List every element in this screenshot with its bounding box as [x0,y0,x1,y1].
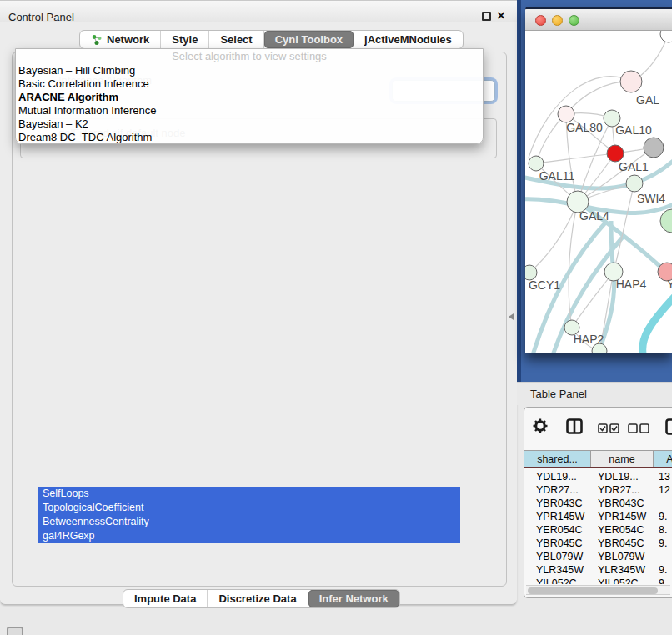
tab-label: Cyni Toolbox [275,33,343,46]
table-row[interactable]: YIL052CYIL052C9 [524,577,672,584]
algorithm-option[interactable]: Mutual Information Inference [16,104,483,118]
algorithm-option[interactable]: Bayesian – K2 [16,118,483,131]
node-label: HAP4 [616,278,647,291]
column-header-partial[interactable]: A [654,450,672,467]
table-body: YDL19...YDL19...13YDR27...YDR27...12YBR0… [524,470,672,584]
tab-label: Network [107,33,149,46]
table-cell: 13 [653,470,672,483]
close-icon[interactable]: × [497,8,505,24]
split-columns-icon[interactable] [566,418,583,434]
table-cell: 8. [653,523,672,537]
table-horizontal-scrollbar[interactable] [526,585,670,595]
tab-network[interactable]: Network [80,31,161,48]
table-row[interactable]: YER054CYER054C8. [524,523,672,537]
network-tab-icon [91,34,103,46]
table-cell: YBL079W [524,550,590,563]
network-node-gal1[interactable] [607,145,624,162]
attribute-list-item[interactable]: TopologicalCoefficient [38,501,460,515]
mac-close-button[interactable] [535,15,546,26]
table-cell: 9 [653,577,672,584]
table-cell: YIL052C [524,577,590,584]
algorithm-option-selected[interactable]: ARACNE Algorithm [16,91,483,104]
gear-icon[interactable] [533,418,548,433]
attribute-list-item[interactable]: SelfLoops [38,487,460,501]
panel-collapse-handle[interactable] [507,312,515,322]
column-header-name[interactable]: name [591,450,654,467]
table-cell: YER054C [524,523,590,537]
table-row[interactable]: YBR043CYBR043C [524,497,672,510]
tab-label: Select [220,33,252,46]
network-canvas[interactable]: GALGAL80GAL10GAL1GAL11SWI4GAL4GCY1HAP4YH… [525,31,672,353]
table-cell: YBR045C [590,537,653,550]
node-label: GAL4 [579,209,609,222]
network-node[interactable] [660,31,672,42]
tab-select[interactable]: Select [209,31,263,48]
tab-jactivemnodules[interactable]: jActiveMNodules [354,31,463,48]
tab-label: jActiveMNodules [364,33,452,46]
tab-infer-network[interactable]: Infer Network [308,590,399,608]
restore-panel-button[interactable] [7,627,23,635]
node-label: Y [667,278,672,291]
algorithm-option[interactable]: Bayesian – Hill Climbing [16,64,483,78]
tab-label: Infer Network [319,592,389,605]
scrollbar-thumb[interactable] [528,588,658,594]
control-panel-titlebar [0,0,517,22]
node-label: GCY1 [529,278,560,292]
tab-impute-data[interactable]: Impute Data [123,590,208,608]
node-label: GAL10 [615,123,652,137]
file-icon[interactable] [665,418,672,435]
network-node-gal80[interactable] [558,106,574,122]
network-node-gal[interactable] [620,71,642,92]
table-cell: 12 [653,483,672,497]
table-cell: YDR27... [590,483,653,497]
algorithm-placeholder: Select algorithm to view settings [16,49,483,64]
network-node[interactable] [660,209,672,232]
algorithm-dropdown-popup: Select algorithm to view settings Bayesi… [15,48,484,144]
network-node[interactable] [644,138,664,158]
data-attributes-list: SelfLoopsTopologicalCoefficientBetweenne… [38,487,460,544]
tab-cyni-toolbox[interactable]: Cyni Toolbox [264,31,354,48]
tab-label: Impute Data [134,592,196,605]
unchecked-columns-icon[interactable] [628,423,649,433]
mac-zoom-button[interactable] [569,15,579,26]
node-label: GAL80 [566,121,603,134]
panel-title: Control Panel [8,11,74,23]
tab-label: Style [172,33,198,46]
tab-label: Discretize Data [218,592,296,605]
table-cell: YPR145W [590,510,653,523]
table-cell [653,550,672,563]
table-cell: YBL079W [590,550,653,563]
algorithm-option[interactable]: Basic Correlation Inference [16,78,483,91]
tab-discretize-data[interactable]: Discretize Data [208,590,308,608]
checked-columns-icon[interactable] [598,423,619,433]
node-label: GAL11 [539,169,575,182]
attribute-list-item[interactable]: BetweennessCentrality [38,515,460,529]
table-cell: YDL19... [524,470,590,483]
column-header-shared-name[interactable]: shared... [524,450,591,467]
network-window-titlebar[interactable] [525,9,672,31]
table-cell: YLR345W [590,563,653,577]
table-row[interactable]: YDL19...YDL19...13 [524,470,672,483]
table-cell: YDR27... [524,483,590,497]
table-cell: YPR145W [524,510,590,523]
float-window-icon[interactable] [482,12,491,21]
table-cell: YIL052C [590,577,653,584]
table-row[interactable]: YBR045CYBR045C9. [524,537,672,550]
table-cell: YBR043C [524,497,590,510]
mac-minimize-button[interactable] [552,15,563,26]
attribute-list-item[interactable]: gal4RGexp [38,529,460,543]
table-panel-title: Table Panel [530,388,587,400]
table-row[interactable]: YPR145WYPR145W9. [524,510,672,523]
table-row[interactable]: YLR345WYLR345W9. [524,563,672,577]
tab-style[interactable]: Style [161,31,209,48]
network-view-window: GALGAL80GAL10GAL1GAL11SWI4GAL4GCY1HAP4YH… [525,7,672,353]
algorithm-option[interactable]: Dream8 DC_TDC Algorithm [16,131,483,144]
table-row[interactable]: YDR27...YDR27...12 [524,483,672,497]
table-cell [653,497,672,510]
table-row[interactable]: YBL079WYBL079W [524,550,672,563]
table-cell: YBR045C [524,537,590,550]
table-cell: YDL19... [590,470,653,483]
node-label: GAL [636,93,659,107]
node-label: GAL1 [619,160,649,173]
network-node-swi4[interactable] [626,175,643,192]
